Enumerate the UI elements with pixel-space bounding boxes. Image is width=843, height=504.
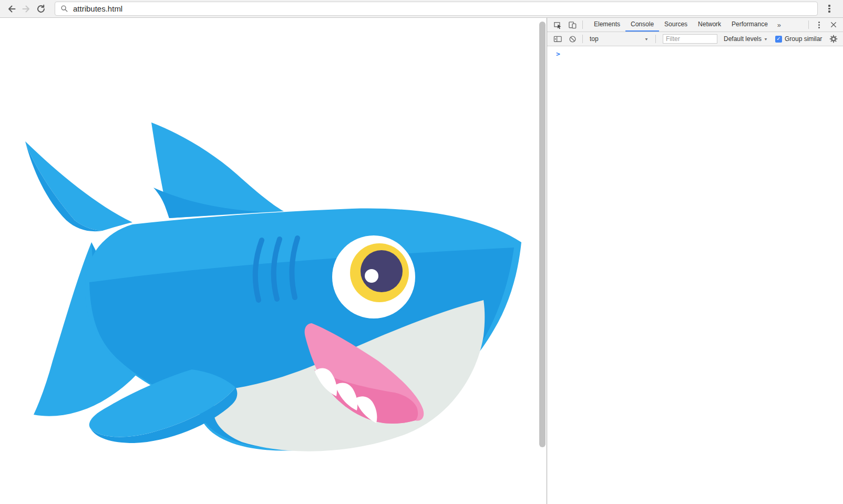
chevron-down-icon: ▼ — [644, 37, 649, 41]
search-icon — [60, 5, 68, 13]
browser-toolbar: attributes.html — [0, 0, 843, 18]
separator — [582, 20, 583, 29]
inspect-element-button[interactable] — [550, 18, 565, 32]
tab-elements[interactable]: Elements — [589, 18, 625, 32]
separator — [655, 35, 656, 43]
device-toolbar-button[interactable] — [565, 18, 580, 32]
devtools-menu-button[interactable] — [811, 18, 826, 32]
page-scrollbar[interactable] — [539, 22, 546, 447]
back-button[interactable] — [4, 2, 19, 16]
device-icon — [568, 20, 577, 29]
separator — [582, 35, 583, 43]
shark-illustration — [11, 115, 526, 457]
shark-tail-upper — [25, 141, 132, 231]
reload-button[interactable] — [34, 2, 48, 16]
clear-console-button[interactable] — [565, 32, 580, 46]
arrow-left-icon — [7, 4, 16, 14]
group-similar-checkbox[interactable]: ✓ — [775, 36, 782, 43]
kebab-icon — [818, 22, 820, 28]
javascript-context-selector[interactable]: top ▼ — [585, 32, 653, 46]
devtools-tabbar: Elements Console Sources Network Perform… — [547, 18, 843, 32]
console-prompt-row[interactable]: > — [547, 46, 843, 58]
shark-svg — [11, 115, 526, 457]
gear-icon — [829, 35, 838, 43]
reload-icon — [36, 4, 46, 14]
tab-sources[interactable]: Sources — [659, 18, 693, 32]
console-sidebar-button[interactable] — [550, 32, 565, 46]
shark-eye — [332, 235, 415, 318]
tab-network[interactable]: Network — [693, 18, 726, 32]
tab-performance[interactable]: Performance — [726, 18, 773, 32]
context-value: top — [590, 35, 644, 43]
devtools-panel: Elements Console Sources Network Perform… — [547, 18, 843, 504]
group-similar-toggle[interactable]: ✓ Group similar — [775, 35, 822, 43]
kebab-icon — [828, 5, 830, 7]
console-sidebar-icon — [553, 35, 562, 44]
address-bar[interactable]: attributes.html — [55, 2, 818, 16]
console-output[interactable]: > — [547, 46, 843, 504]
inspect-icon — [553, 20, 562, 29]
chevron-double-right-icon: » — [777, 21, 781, 29]
devtools-tabs: Elements Console Sources Network Perform… — [589, 18, 773, 32]
devtools-close-button[interactable] — [826, 18, 841, 32]
chevron-down-icon: ▼ — [764, 37, 768, 41]
url-text: attributes.html — [73, 4, 122, 13]
arrow-right-icon — [22, 4, 31, 14]
console-settings-button[interactable] — [826, 32, 841, 46]
prompt-chevron-icon: > — [556, 50, 560, 58]
log-level-selector[interactable]: Default levels ▼ — [724, 35, 768, 43]
group-similar-label: Group similar — [785, 35, 822, 43]
forward-button[interactable] — [19, 2, 34, 16]
console-toolbar: top ▼ Default levels ▼ ✓ Group similar — [547, 32, 843, 46]
more-tabs-button[interactable]: » — [773, 21, 785, 29]
check-icon: ✓ — [776, 36, 780, 42]
page-content — [0, 18, 547, 504]
main-content: Elements Console Sources Network Perform… — [0, 18, 843, 504]
clear-icon — [569, 35, 577, 43]
filter-input[interactable] — [663, 34, 717, 44]
close-icon — [830, 21, 837, 28]
separator — [808, 20, 809, 29]
log-level-label: Default levels — [724, 35, 762, 43]
browser-menu-button[interactable] — [823, 3, 836, 15]
tab-console[interactable]: Console — [625, 18, 659, 32]
